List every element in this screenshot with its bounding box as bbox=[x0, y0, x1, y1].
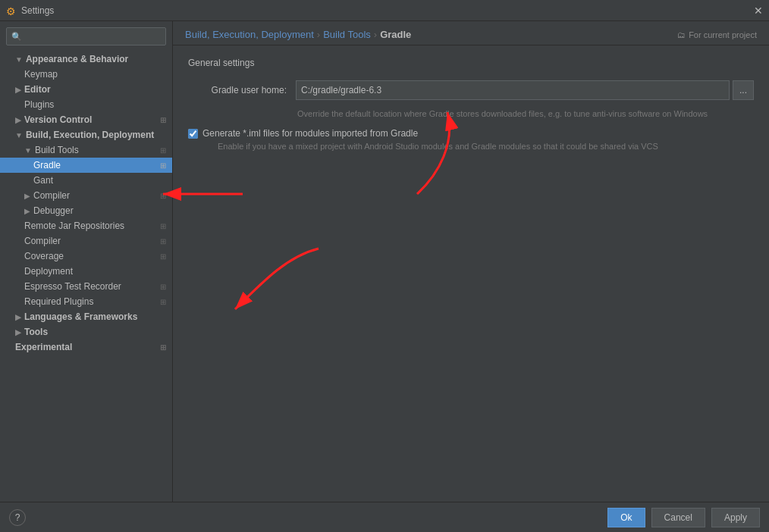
sidebar-item-compiler2[interactable]: Compiler ⊞ bbox=[0, 233, 172, 249]
sidebar-item-label: Editor bbox=[24, 84, 51, 95]
sidebar-item-editor[interactable]: ▶ Editor bbox=[0, 82, 172, 97]
search-icon: 🔍 bbox=[11, 32, 22, 42]
breadcrumb-part2[interactable]: Build Tools bbox=[323, 29, 371, 40]
sidebar-item-label: Compiler bbox=[33, 190, 70, 201]
sidebar-item-gradle[interactable]: Gradle ⊞ bbox=[0, 158, 172, 173]
breadcrumb-sep1: › bbox=[317, 29, 320, 40]
sidebar-item-label: Deployment bbox=[24, 266, 73, 277]
sidebar-item-label: Coverage bbox=[24, 251, 64, 261]
sidebar-item-label: Appearance & Behavior bbox=[26, 54, 128, 64]
sidebar-item-label: Languages & Frameworks bbox=[24, 311, 137, 322]
arrow-icon: ▼ bbox=[15, 55, 23, 64]
sidebar-item-build-execution[interactable]: ▼ Build, Execution, Deployment bbox=[0, 127, 172, 142]
project-icon: ⊞ bbox=[160, 283, 166, 291]
sidebar-item-experimental[interactable]: Experimental ⊞ bbox=[0, 340, 172, 355]
sidebar-item-label: Required Plugins bbox=[24, 296, 93, 307]
gradle-user-home-hint: Override the default location where Grad… bbox=[297, 109, 754, 118]
sidebar-item-label: Debugger bbox=[33, 205, 74, 216]
project-scope-label: For current project bbox=[689, 30, 757, 39]
arrow-icon: ▶ bbox=[15, 116, 21, 124]
arrow-icon: ▼ bbox=[15, 131, 23, 139]
project-icon: ⊞ bbox=[160, 237, 166, 246]
sidebar-item-espresso[interactable]: Espresso Test Recorder ⊞ bbox=[0, 279, 172, 294]
arrow-icon: ▼ bbox=[24, 146, 32, 155]
sidebar-item-label: Build, Execution, Deployment bbox=[26, 130, 154, 140]
sidebar-item-languages[interactable]: ▶ Languages & Frameworks bbox=[0, 309, 172, 324]
project-icon: ⊞ bbox=[160, 116, 166, 124]
sidebar-item-label: Espresso Test Recorder bbox=[24, 281, 121, 292]
gradle-user-home-label: Gradle user home: bbox=[188, 85, 287, 95]
sidebar-item-gant[interactable]: Gant bbox=[0, 173, 172, 188]
sidebar-item-label: Compiler bbox=[24, 236, 61, 246]
arrow-icon: ▶ bbox=[15, 313, 21, 321]
sidebar-item-label: Remote Jar Repositories bbox=[24, 221, 124, 231]
sidebar-item-label: Gant bbox=[33, 175, 53, 186]
project-icon: ⊞ bbox=[160, 161, 166, 170]
project-scope: 🗂 For current project bbox=[677, 30, 757, 39]
project-icon: ⊞ bbox=[160, 298, 166, 306]
project-icon: ⊞ bbox=[160, 343, 166, 352]
sidebar-item-plugins[interactable]: Plugins bbox=[0, 97, 172, 112]
apply-button[interactable]: Apply bbox=[711, 508, 760, 527]
sidebar-item-build-tools[interactable]: ▼ Build Tools ⊞ bbox=[0, 142, 172, 158]
sidebar-item-appearance[interactable]: ▼ Appearance & Behavior bbox=[0, 52, 172, 67]
project-icon: ⊞ bbox=[160, 222, 166, 230]
search-box[interactable]: 🔍 bbox=[6, 27, 166, 45]
sidebar-item-version-control[interactable]: ▶ Version Control ⊞ bbox=[0, 112, 172, 127]
sidebar-item-label: Experimental bbox=[15, 342, 72, 352]
project-icon: ⊞ bbox=[160, 192, 166, 200]
project-icon: ⊞ bbox=[160, 252, 166, 261]
sidebar-item-tools[interactable]: ▶ Tools bbox=[0, 324, 172, 340]
content-area: Build, Execution, Deployment › Build Too… bbox=[173, 21, 769, 502]
project-icon: 🗂 bbox=[677, 30, 686, 39]
sidebar-item-label: Tools bbox=[24, 327, 48, 337]
close-button[interactable]: ✕ bbox=[754, 5, 763, 16]
cancel-button[interactable]: Cancel bbox=[651, 508, 705, 527]
main-container: 🔍 ▼ Appearance & Behavior Keymap ▶ Edito… bbox=[0, 21, 769, 502]
breadcrumb-part1[interactable]: Build, Execution, Deployment bbox=[185, 29, 314, 40]
generate-iml-hint: Enable if you have a mixed project with … bbox=[218, 142, 658, 151]
sidebar-item-label: Plugins bbox=[24, 99, 54, 110]
title-bar: ⚙ Settings ✕ bbox=[0, 0, 769, 21]
arrow-icon: ▶ bbox=[15, 328, 21, 336]
sidebar-item-label: Build Tools bbox=[35, 145, 79, 155]
app-icon: ⚙ bbox=[6, 5, 17, 16]
sidebar-item-label: Version Control bbox=[24, 114, 92, 125]
generate-iml-checkbox-row: Generate *.iml files for modules importe… bbox=[188, 127, 754, 151]
help-button[interactable]: ? bbox=[9, 509, 26, 526]
section-title: General settings bbox=[188, 58, 754, 68]
browse-button[interactable]: ... bbox=[733, 80, 754, 100]
sidebar: 🔍 ▼ Appearance & Behavior Keymap ▶ Edito… bbox=[0, 21, 173, 502]
arrow-icon: ▶ bbox=[24, 207, 30, 215]
sidebar-item-remote-jar[interactable]: Remote Jar Repositories ⊞ bbox=[0, 218, 172, 233]
arrow-icon: ▶ bbox=[24, 192, 30, 200]
sidebar-item-coverage[interactable]: Coverage ⊞ bbox=[0, 249, 172, 264]
breadcrumb-sep2: › bbox=[374, 29, 377, 40]
gradle-user-home-input-group: ... bbox=[296, 80, 754, 100]
gradle-user-home-row: Gradle user home: ... bbox=[188, 80, 754, 100]
generate-iml-checkbox[interactable] bbox=[188, 129, 198, 139]
sidebar-item-label: Keymap bbox=[24, 69, 58, 80]
bottom-bar: ? Ok Cancel Apply bbox=[0, 502, 769, 532]
generate-iml-label[interactable]: Generate *.iml files for modules importe… bbox=[202, 128, 418, 139]
arrow-icon: ▶ bbox=[15, 86, 21, 94]
section-content: General settings Gradle user home: ... O… bbox=[173, 45, 769, 502]
ok-button[interactable]: Ok bbox=[607, 508, 645, 527]
sidebar-item-keymap[interactable]: Keymap bbox=[0, 67, 172, 82]
breadcrumb: Build, Execution, Deployment › Build Too… bbox=[173, 21, 769, 45]
breadcrumb-part3: Gradle bbox=[380, 29, 411, 40]
sidebar-item-required-plugins[interactable]: Required Plugins ⊞ bbox=[0, 294, 172, 309]
sidebar-item-label: Gradle bbox=[33, 160, 61, 171]
gradle-user-home-input[interactable] bbox=[296, 80, 730, 100]
window-title: Settings bbox=[21, 5, 54, 16]
sidebar-item-deployment[interactable]: Deployment bbox=[0, 264, 172, 279]
project-icon: ⊞ bbox=[160, 146, 166, 155]
sidebar-item-compiler[interactable]: ▶ Compiler ⊞ bbox=[0, 188, 172, 203]
sidebar-item-debugger[interactable]: ▶ Debugger bbox=[0, 203, 172, 218]
search-input[interactable] bbox=[25, 31, 161, 42]
